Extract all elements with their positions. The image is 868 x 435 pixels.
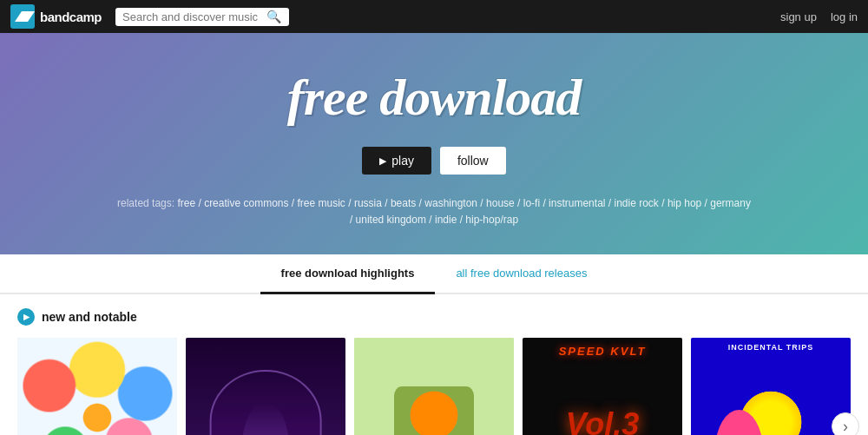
- album-thumb-insidental: INCIDENTAL TRIPS: [691, 338, 851, 435]
- play-dot-icon[interactable]: ▶: [17, 308, 35, 326]
- artwork-speed: SPEED KVLT Vol.3: [523, 338, 682, 435]
- tag-indie[interactable]: indie: [435, 214, 457, 226]
- tag-hiphoprap[interactable]: hip-hop/rap: [465, 214, 518, 226]
- search-input[interactable]: [122, 10, 261, 23]
- hero-tags: related tags: free / creative commons / …: [0, 195, 868, 228]
- tag-hip-hop[interactable]: hip hop: [667, 197, 701, 209]
- log-in-link[interactable]: log in: [831, 10, 858, 23]
- tag-lofi[interactable]: lo-fi: [523, 197, 540, 209]
- site-header: bandcamp 🔍 sign up log in: [0, 0, 868, 33]
- section-title: ▶ new and notable: [17, 308, 851, 326]
- artwork-insidental: INCIDENTAL TRIPS: [691, 338, 851, 435]
- tag-instrumental[interactable]: instrumental: [549, 197, 605, 209]
- artwork-ithaca: [354, 338, 514, 435]
- logo[interactable]: bandcamp: [10, 4, 102, 29]
- next-arrow-button[interactable]: ›: [832, 412, 859, 435]
- tag-germany[interactable]: germany: [710, 197, 751, 209]
- header-nav: sign up log in: [780, 10, 858, 23]
- search-button[interactable]: 🔍: [266, 10, 281, 23]
- tag-beats[interactable]: beats: [391, 197, 416, 209]
- album-card-guilt[interactable]: Guilt: [17, 338, 177, 435]
- tab-releases[interactable]: all free download releases: [435, 254, 608, 293]
- album-thumb-speed: SPEED KVLT Vol.3: [523, 338, 682, 435]
- tag-russia[interactable]: russia: [354, 197, 382, 209]
- artwork-donau: Live at Donaufestival 2016: [186, 338, 345, 435]
- tab-highlights[interactable]: free download highlights: [260, 254, 436, 294]
- search-bar[interactable]: 🔍: [115, 8, 289, 26]
- tag-house[interactable]: house: [486, 197, 515, 209]
- main-content: ▶ new and notable Guilt Live at Donaufes…: [0, 294, 868, 435]
- sign-up-link[interactable]: sign up: [780, 10, 817, 23]
- tag-washington[interactable]: washington: [424, 197, 477, 209]
- bandcamp-logo-icon: [10, 4, 35, 29]
- album-grid: Guilt Live at Donaufestival 2016 Live at…: [17, 338, 851, 435]
- album-card-ithaca[interactable]: Live in Ithaca 2018 (Free: [354, 338, 514, 435]
- tag-uk[interactable]: / united kingdom: [350, 214, 426, 226]
- hero-title: free download: [0, 68, 868, 128]
- tag-free[interactable]: free: [177, 197, 195, 209]
- album-thumb-ithaca: [354, 338, 514, 435]
- hero-buttons: play follow: [0, 147, 868, 175]
- play-button[interactable]: play: [362, 147, 431, 175]
- logo-text: bandcamp: [40, 10, 102, 24]
- album-card-donau[interactable]: Live at Donaufestival 2016 Live at donau…: [186, 338, 345, 435]
- album-thumb-donau: Live at Donaufestival 2016: [186, 338, 345, 435]
- tag-creative-commons[interactable]: creative commons: [204, 197, 288, 209]
- follow-button[interactable]: follow: [440, 147, 506, 175]
- album-card-insidental[interactable]: INCIDENTAL TRIPS Insidental Trips: [691, 338, 851, 435]
- album-thumb-guilt: [17, 338, 177, 435]
- tags-label: related tags:: [117, 197, 174, 209]
- section-label: new and notable: [42, 310, 137, 324]
- tag-indie-rock[interactable]: indie rock: [615, 197, 659, 209]
- tag-free-music[interactable]: free music: [298, 197, 345, 209]
- artwork-guilt: [17, 338, 177, 435]
- tabs-bar: free download highlights all free downlo…: [0, 254, 868, 294]
- album-card-speed[interactable]: SPEED KVLT Vol.3 Speed Kvlt Vol.3: [523, 338, 682, 435]
- hero-section: free download play follow related tags: …: [0, 33, 868, 254]
